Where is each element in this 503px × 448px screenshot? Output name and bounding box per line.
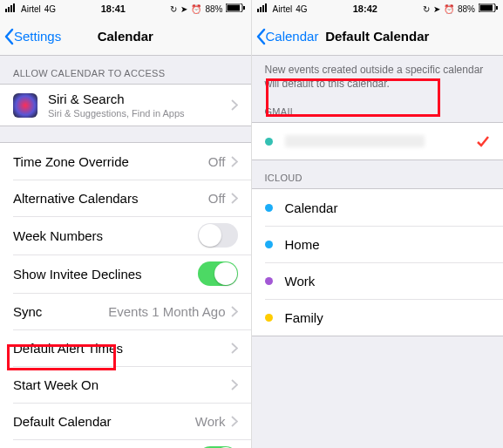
clock: 18:42	[353, 3, 377, 14]
chevron-right-icon	[231, 193, 238, 204]
siri-icon	[13, 93, 37, 118]
time-zone-override-row[interactable]: Time Zone Override Off	[0, 143, 251, 180]
network-label: 4G	[44, 4, 56, 14]
rotation-lock-icon: ↻	[423, 4, 430, 14]
icloud-calendar-item[interactable]: Work	[252, 262, 504, 299]
location-suggestions-row: Location Suggestions	[0, 439, 251, 448]
section-header-access: ALLOW CALENDAR TO ACCESS	[0, 56, 251, 84]
gmail-calendar-item[interactable]	[252, 123, 504, 160]
siri-search-row[interactable]: Siri & Search Siri & Suggestions, Find i…	[0, 85, 251, 126]
svg-rect-9	[262, 5, 264, 12]
alarm-icon: ⏰	[444, 4, 454, 14]
svg-rect-3	[13, 3, 15, 12]
chevron-right-icon	[231, 343, 238, 354]
calendar-color-dot	[265, 204, 273, 212]
chevron-right-icon	[231, 416, 238, 427]
back-button[interactable]: Settings	[0, 28, 61, 45]
icloud-calendar-item[interactable]: Home	[252, 226, 504, 262]
back-button[interactable]: Calendar	[252, 28, 319, 45]
back-label: Settings	[14, 29, 61, 44]
alternative-calendars-row[interactable]: Alternative Calendars Off	[0, 180, 251, 216]
rotation-lock-icon: ↻	[170, 4, 177, 14]
location-icon: ➤	[180, 4, 187, 14]
checkmark-icon	[476, 135, 490, 147]
gmail-account-redacted	[285, 135, 425, 147]
status-bar: Airtel 4G 18:42 ↻ ➤ ⏰ 88%	[252, 0, 504, 17]
battery-icon	[226, 3, 245, 14]
start-week-on-row[interactable]: Start Week On	[0, 366, 251, 403]
location-icon: ➤	[433, 4, 440, 14]
svg-rect-7	[257, 9, 259, 12]
calendar-color-dot	[265, 241, 273, 248]
chevron-right-icon	[231, 99, 238, 111]
calendar-name: Calendar	[285, 200, 338, 215]
svg-rect-2	[10, 5, 12, 12]
calendar-color-dot	[265, 138, 273, 146]
show-invitee-declines-row: Show Invitee Declines	[0, 255, 251, 293]
calendar-name: Work	[285, 274, 316, 288]
chevron-right-icon	[231, 156, 238, 167]
phone-default-calendar: Airtel 4G 18:42 ↻ ➤ ⏰ 88% Calendar Defau…	[252, 0, 504, 448]
section-note: New events created outside a specific ca…	[252, 56, 504, 94]
svg-rect-6	[243, 6, 245, 10]
calendar-color-dot	[265, 314, 273, 322]
phone-calendar-settings: Airtel 4G 18:41 ↻ ➤ ⏰ 88% Settings Calen…	[0, 0, 252, 448]
nav-bar: Calendar Default Calendar	[252, 17, 504, 56]
siri-sub: Siri & Suggestions, Find in Apps	[48, 108, 221, 119]
chevron-right-icon	[231, 306, 238, 317]
week-numbers-toggle[interactable]	[198, 223, 238, 248]
battery-icon	[479, 3, 498, 14]
carrier-label: Airtel	[21, 4, 41, 14]
svg-rect-12	[479, 5, 493, 11]
battery-percent: 88%	[458, 4, 475, 14]
status-bar: Airtel 4G 18:41 ↻ ➤ ⏰ 88%	[0, 0, 251, 17]
calendar-name: Family	[285, 310, 323, 325]
icloud-calendar-item[interactable]: Family	[252, 299, 504, 336]
svg-rect-13	[496, 6, 498, 10]
svg-rect-0	[5, 9, 7, 12]
carrier-label: Airtel	[273, 4, 293, 14]
siri-title: Siri & Search	[48, 92, 221, 106]
calendar-color-dot	[265, 277, 273, 285]
svg-rect-1	[8, 7, 10, 12]
default-alert-times-row[interactable]: Default Alert Times	[0, 329, 251, 366]
svg-rect-5	[228, 5, 241, 11]
default-calendar-row[interactable]: Default Calendar Work	[0, 403, 251, 439]
svg-rect-8	[260, 7, 262, 12]
section-header-gmail: GMAIL	[252, 94, 504, 122]
clock: 18:41	[101, 3, 126, 14]
battery-percent: 88%	[205, 4, 222, 14]
alarm-icon: ⏰	[191, 4, 201, 14]
icloud-calendar-item[interactable]: Calendar	[252, 189, 504, 226]
svg-rect-10	[265, 3, 267, 12]
invitee-declines-toggle[interactable]	[198, 261, 238, 286]
calendar-name: Home	[285, 237, 320, 252]
signal-icon	[5, 3, 17, 14]
week-numbers-row: Week Numbers	[0, 216, 251, 255]
network-label: 4G	[296, 4, 307, 14]
nav-bar: Settings Calendar	[0, 17, 251, 56]
signal-icon	[257, 3, 269, 14]
sync-row[interactable]: Sync Events 1 Month Ago	[0, 293, 251, 329]
chevron-right-icon	[231, 379, 238, 390]
section-header-icloud: ICLOUD	[252, 160, 504, 188]
back-label: Calendar	[266, 29, 319, 44]
